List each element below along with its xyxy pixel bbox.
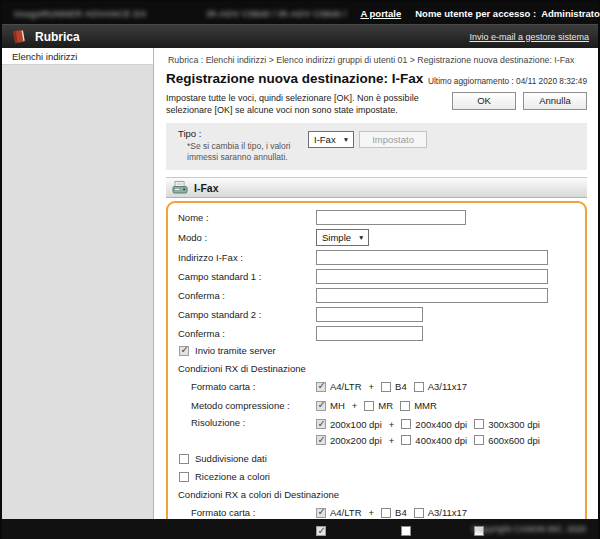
- color-rx-checkbox[interactable]: [179, 472, 189, 482]
- type-box: Tipo : *Se si cambia il tipo, i valori i…: [166, 123, 587, 170]
- res-200x400-label: 200x400 dpi: [415, 419, 467, 430]
- mmr-label: MMR: [414, 400, 437, 411]
- checkbox-mmr[interactable]: [400, 401, 410, 411]
- confirm2-input[interactable]: [316, 326, 423, 341]
- name-input[interactable]: [316, 210, 466, 225]
- ifax-address-label: Indirizzo I-Fax :: [178, 252, 316, 263]
- ifax-address-row: Indirizzo I-Fax :: [178, 250, 575, 265]
- checkbox-200x400[interactable]: [401, 419, 411, 429]
- checkbox-color-100x100[interactable]: [401, 526, 411, 536]
- copyright-blurred: Copyright CANON INC. 2020: [472, 524, 586, 534]
- title-row: Registrazione nuova destinazione: I-Fax …: [166, 71, 587, 86]
- checkbox-color-a3[interactable]: [414, 508, 424, 518]
- rx-resolution-label: Risoluzione :: [178, 417, 316, 428]
- res-200x200-label: 200x200 dpi: [330, 435, 382, 446]
- sidebar-item-elenchi-indirizzi[interactable]: Elenchi indirizzi: [2, 48, 153, 65]
- fax-icon: [172, 180, 189, 195]
- ifax-section-title: I-Fax: [194, 182, 219, 194]
- mode-select[interactable]: Simple ▼: [316, 229, 369, 246]
- checkbox-mr[interactable]: [364, 401, 374, 411]
- footer-bar: Copyright CANON INC. 2020: [2, 519, 598, 539]
- checkbox-a3[interactable]: [414, 382, 424, 392]
- checkbox-mh: [316, 401, 326, 411]
- mode-row: Modo : Simple ▼: [178, 229, 575, 246]
- b4-label: B4: [395, 381, 407, 392]
- name-row: Nome :: [178, 210, 575, 225]
- checkbox-300x300[interactable]: [474, 419, 484, 429]
- standard1-row: Campo standard 1 :: [178, 269, 575, 284]
- page-frame: imageRUNNER ADVANCE DX iR-ADV C5840 / iR…: [0, 0, 600, 539]
- mail-to-admin-link[interactable]: Invio e-mail a gestore sistema: [469, 32, 589, 42]
- checkbox-200x100: [316, 419, 326, 429]
- confirm1-label: Conferma :: [178, 290, 316, 301]
- rx-resolution-options: 200x100 dpi + 200x400 dpi 300x300 dpi 20…: [316, 417, 547, 449]
- checkbox-a4ltr: [316, 382, 326, 392]
- portal-link[interactable]: A portale: [360, 8, 401, 19]
- type-label-block: Tipo : *Se si cambia il tipo, i valori i…: [178, 128, 308, 163]
- instruction-row: Impostare tutte le voci, quindi selezion…: [166, 92, 587, 116]
- rx-compression-row: Metodo compressione : MH + MR MMR: [178, 398, 575, 413]
- chevron-down-icon: ▼: [341, 136, 353, 143]
- rx-color-dest-title: Condizioni RX a colori di Destinazione: [178, 489, 575, 500]
- plus-separator: +: [369, 507, 375, 518]
- checkbox-b4[interactable]: [381, 382, 391, 392]
- app-bar: Rubrica Invio e-mail a gestore sistema: [2, 24, 598, 48]
- action-buttons: OK Annulla: [452, 92, 587, 116]
- confirm2-row: Conferma :: [178, 326, 575, 341]
- ifax-address-input[interactable]: [316, 250, 548, 265]
- checkbox-200x200: [316, 435, 326, 445]
- standard1-input[interactable]: [316, 269, 548, 284]
- plus-separator: +: [389, 419, 395, 430]
- split-data-label: Suddivisione dati: [195, 453, 267, 464]
- sidebar-background: [2, 65, 153, 519]
- standard2-label: Campo standard 2 :: [178, 309, 316, 320]
- cancel-button[interactable]: Annulla: [523, 92, 587, 110]
- plus-separator: +: [389, 435, 395, 446]
- split-data-checkbox[interactable]: [179, 454, 189, 464]
- via-server-row: Invio tramite server: [179, 345, 575, 356]
- last-update-timestamp: Ultimo aggiornamento : 04/11 2020 8:32:4…: [428, 76, 587, 86]
- color-b4-label: B4: [395, 507, 407, 518]
- standard1-label: Campo standard 1 :: [178, 271, 316, 282]
- device-model-blurred: imageRUNNER ADVANCE DX: [14, 8, 147, 19]
- ifax-section-header: I-Fax: [166, 177, 587, 198]
- plus-separator: +: [352, 400, 358, 411]
- confirm1-input[interactable]: [316, 288, 548, 303]
- page-title: Registrazione nuova destinazione: I-Fax: [166, 71, 423, 86]
- checkbox-400x400[interactable]: [401, 435, 411, 445]
- via-server-label: Invio tramite server: [195, 345, 276, 356]
- instruction-text: Impostare tutte le voci, quindi selezion…: [166, 92, 452, 116]
- a3-label: A3/11x17: [428, 381, 467, 392]
- via-server-checkbox: [179, 346, 189, 356]
- standard2-input[interactable]: [316, 307, 423, 322]
- rx-resolution-row: Risoluzione : 200x100 dpi + 200x400 dpi …: [178, 417, 575, 449]
- mh-label: MH: [330, 400, 345, 411]
- rx-color-paper-label: Formato carta :: [178, 507, 316, 518]
- ifax-form: Nome : Modo : Simple ▼ Indirizzo I-Fax :…: [166, 201, 587, 539]
- breadcrumb: Rubrica : Elenchi indirizzi > Elenco ind…: [168, 55, 587, 65]
- standard2-row: Campo standard 2 :: [178, 307, 575, 322]
- device-name-blurred: iR-ADV C5840 / iR-ADV C5840 /: [207, 8, 347, 19]
- ok-button[interactable]: OK: [452, 92, 516, 110]
- split-data-row: Suddivisione dati: [179, 453, 575, 464]
- login-user-label: Nome utente per accesso :: [415, 8, 536, 19]
- rx-paper-label: Formato carta :: [178, 381, 316, 392]
- checkbox-600x600[interactable]: [474, 435, 484, 445]
- res-200x100-label: 200x100 dpi: [330, 419, 382, 430]
- res-600x600-label: 600x600 dpi: [488, 435, 540, 446]
- mr-label: MR: [378, 400, 393, 411]
- content-area: Elenchi indirizzi Rubrica : Elenchi indi…: [2, 48, 598, 519]
- plus-separator: +: [369, 381, 375, 392]
- color-rx-row: Ricezione a colori: [179, 471, 575, 482]
- type-label: Tipo :: [178, 128, 308, 139]
- address-book-icon: [11, 28, 28, 45]
- checkbox-color-b4[interactable]: [381, 508, 391, 518]
- checkbox-color-a4ltr: [316, 508, 326, 518]
- type-select[interactable]: I-Fax ▼: [308, 131, 354, 148]
- confirm1-row: Conferma :: [178, 288, 575, 303]
- rx-paper-row: Formato carta : A4/LTR + B4 A3/11x17: [178, 379, 575, 394]
- res-300x300-label: 300x300 dpi: [488, 419, 540, 430]
- mode-select-value: Simple: [317, 232, 356, 243]
- set-button-disabled: Impostato: [359, 131, 427, 148]
- login-user-value: Administrator: [541, 8, 600, 19]
